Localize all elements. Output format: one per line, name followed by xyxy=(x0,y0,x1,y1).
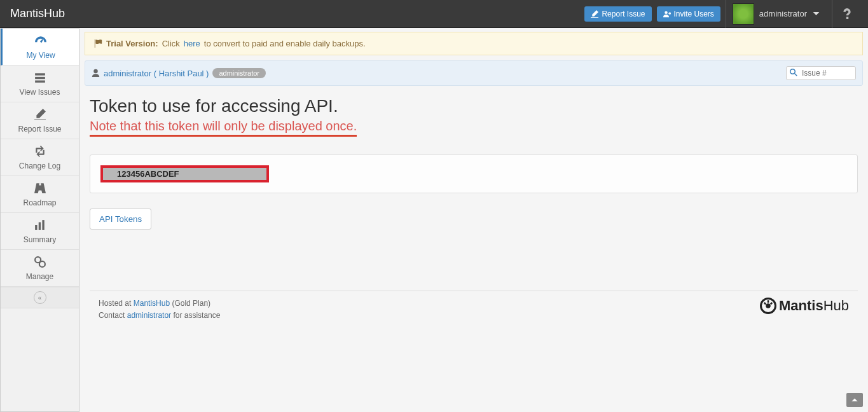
issue-search xyxy=(786,66,856,80)
dashboard-icon xyxy=(35,35,46,48)
footer-hosted-pre: Hosted at xyxy=(99,299,131,308)
navbar-right: Report Issue Invite Users administrator xyxy=(584,0,862,28)
sidebar-item-manage[interactable]: Manage xyxy=(1,250,79,287)
container: My View View Issues Report Issue Change … xyxy=(0,28,868,412)
svg-rect-5 xyxy=(38,223,40,230)
user-menu[interactable]: administrator xyxy=(726,0,827,28)
trial-strong: Trial Version: xyxy=(106,39,158,48)
chevron-up-icon xyxy=(851,396,858,404)
report-issue-label: Report Issue xyxy=(602,10,645,18)
token-panel: 123456ABCDEF xyxy=(90,154,858,193)
footer-contact-link[interactable]: administrator xyxy=(127,311,171,320)
sidebar-item-change-log[interactable]: Change Log xyxy=(1,139,79,176)
user-menu-label: administrator xyxy=(759,9,807,18)
help-menu[interactable] xyxy=(832,0,862,28)
svg-rect-4 xyxy=(35,225,37,230)
sidebar-item-label: My View xyxy=(26,51,55,60)
role-badge: administrator xyxy=(212,68,266,78)
invite-users-button[interactable]: Invite Users xyxy=(657,6,720,22)
gears-icon xyxy=(34,256,46,270)
list-icon xyxy=(34,72,46,85)
question-icon xyxy=(841,8,853,20)
svg-point-11 xyxy=(766,303,771,308)
footer-hosted-post: (Gold Plan) xyxy=(172,299,210,308)
brand[interactable]: MantisHub xyxy=(6,7,65,20)
sidebar-item-report-issue[interactable]: Report Issue xyxy=(1,102,79,139)
user-plus-icon xyxy=(663,10,671,18)
svg-point-10 xyxy=(790,69,796,74)
trial-post: to convert to paid and enable daily back… xyxy=(204,39,366,48)
svg-rect-3 xyxy=(35,81,45,83)
bug-icon xyxy=(760,298,776,314)
sidebar-item-label: Roadmap xyxy=(23,198,56,207)
report-issue-button[interactable]: Report Issue xyxy=(584,6,651,22)
footer-logo-rest: Hub xyxy=(823,298,849,313)
sidebar-item-label: Report Issue xyxy=(18,125,61,134)
breadcrumb-user-link[interactable]: administrator ( Harshit Paul ) xyxy=(104,69,209,78)
token-note-warning: Note that this token will only be displa… xyxy=(90,119,357,137)
road-icon xyxy=(34,182,46,196)
flag-icon xyxy=(94,39,102,48)
bar-chart-icon xyxy=(34,219,46,233)
token-value: 123456ABCDEF xyxy=(117,169,179,179)
main: Trial Version: Click here to convert to … xyxy=(79,28,868,412)
footer-hosted-link[interactable]: MantisHub xyxy=(134,299,170,308)
trial-pre: Click xyxy=(162,39,180,48)
sidebar: My View View Issues Report Issue Change … xyxy=(0,28,79,412)
content: Token to use for accessing API. Note tha… xyxy=(79,86,868,412)
scroll-top-button[interactable] xyxy=(846,393,863,407)
sidebar-item-label: View Issues xyxy=(20,88,60,97)
sidebar-item-view-issues[interactable]: View Issues xyxy=(1,65,79,102)
footer-contact-post: for assistance xyxy=(173,311,220,320)
sidebar-item-label: Change Log xyxy=(19,161,60,170)
api-tokens-button[interactable]: API Tokens xyxy=(90,209,151,230)
svg-rect-6 xyxy=(42,220,44,230)
svg-point-8 xyxy=(39,261,45,267)
sidebar-item-summary[interactable]: Summary xyxy=(1,213,79,250)
sidebar-item-label: Summary xyxy=(24,235,56,244)
svg-rect-1 xyxy=(35,73,45,75)
svg-point-9 xyxy=(93,69,98,74)
trial-banner: Trial Version: Click here to convert to … xyxy=(85,32,863,55)
navbar: MantisHub Report Issue Invite Users admi… xyxy=(0,0,868,28)
sidebar-item-roadmap[interactable]: Roadmap xyxy=(1,176,79,213)
breadcrumb: administrator ( Harshit Paul ) administr… xyxy=(85,60,863,86)
invite-users-label: Invite Users xyxy=(674,10,714,18)
footer-contact-pre: Contact xyxy=(99,311,125,320)
svg-point-0 xyxy=(665,11,668,14)
user-icon xyxy=(92,69,100,78)
chevron-left-icon: « xyxy=(34,291,46,304)
search-icon xyxy=(790,69,797,78)
page-title: Token to use for accessing API. xyxy=(90,96,858,116)
token-highlight-box: 123456ABCDEF xyxy=(100,165,269,182)
footer-logo: MantisHub xyxy=(760,298,849,314)
sidebar-collapse-button[interactable]: « xyxy=(1,287,79,308)
svg-rect-2 xyxy=(35,77,45,79)
edit-icon xyxy=(591,10,598,18)
edit-icon xyxy=(34,109,46,122)
retweet-icon xyxy=(34,146,46,159)
footer: Hosted at MantisHub (Gold Plan) Contact … xyxy=(90,291,858,328)
chevron-down-icon xyxy=(812,10,820,18)
trial-link[interactable]: here xyxy=(184,39,200,48)
sidebar-item-label: Manage xyxy=(26,272,53,281)
sidebar-item-my-view[interactable]: My View xyxy=(1,29,79,65)
avatar xyxy=(733,3,754,25)
footer-logo-bold: Mantis xyxy=(779,298,823,313)
footer-left: Hosted at MantisHub (Gold Plan) Contact … xyxy=(99,298,220,322)
